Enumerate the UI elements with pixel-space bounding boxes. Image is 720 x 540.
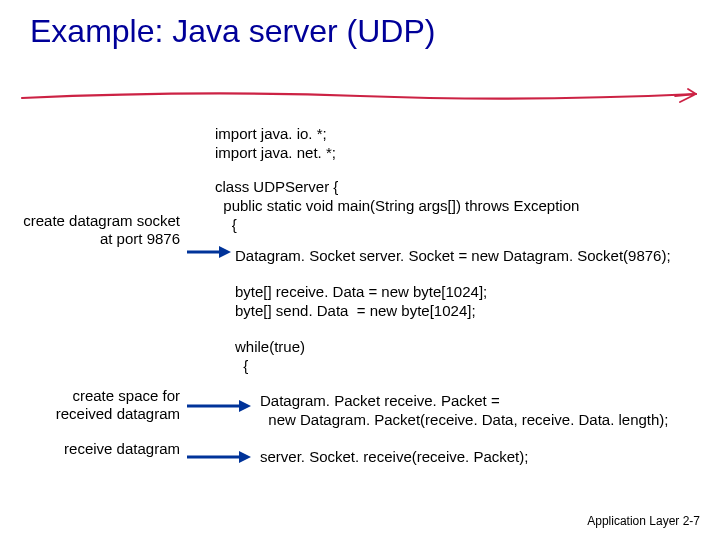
annotation-create-socket: create datagram socket at port 9876 bbox=[20, 212, 180, 248]
svg-marker-1 bbox=[219, 246, 231, 258]
code-packet-lines: Datagram. Packet receive. Packet = new D… bbox=[260, 392, 669, 430]
footer-text: Application Layer 2-7 bbox=[587, 514, 700, 528]
code-byte-arrays: byte[] receive. Data = new byte[1024]; b… bbox=[235, 283, 487, 321]
title-wrap: Example: Java server (UDP) bbox=[30, 12, 690, 50]
code-receive-line: server. Socket. receive(receive. Packet)… bbox=[260, 448, 528, 467]
code-while-head: while(true) { bbox=[235, 338, 305, 376]
code-imports: import java. io. *; import java. net. *; bbox=[215, 125, 336, 163]
code-socket-line: Datagram. Socket server. Socket = new Da… bbox=[235, 247, 671, 266]
svg-marker-5 bbox=[239, 451, 251, 463]
arrow-icon bbox=[185, 398, 251, 414]
annotation-create-space: create space for received datagram bbox=[20, 387, 180, 423]
title-underline bbox=[20, 88, 700, 110]
arrow-icon bbox=[185, 244, 231, 260]
svg-marker-3 bbox=[239, 400, 251, 412]
slide-title: Example: Java server (UDP) bbox=[30, 12, 690, 50]
arrow-icon bbox=[185, 449, 251, 465]
slide: Example: Java server (UDP) import java. … bbox=[0, 0, 720, 540]
code-class-head: class UDPServer { public static void mai… bbox=[215, 178, 579, 234]
annotation-receive: receive datagram bbox=[20, 440, 180, 458]
